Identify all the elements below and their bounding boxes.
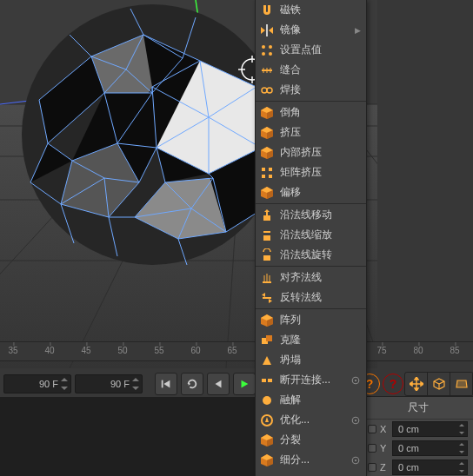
- menu-item-melt[interactable]: 融解: [256, 390, 366, 410]
- menu-item-array[interactable]: 阵列: [256, 310, 366, 330]
- plane-tool[interactable]: [450, 373, 473, 395]
- menu-item-extrude[interactable]: 挤压: [256, 122, 366, 142]
- attribute-panel: 尺寸 X 0 cm Y 0 cm Z 0 cm: [363, 396, 473, 476]
- nrot-icon: [259, 248, 275, 263]
- svg-marker-88: [415, 377, 418, 380]
- menu-item-split[interactable]: 分裂: [256, 430, 366, 450]
- menu-label: 矩阵挤压: [280, 165, 322, 180]
- menu-item-align[interactable]: 对齐法线: [256, 268, 366, 288]
- gear-icon[interactable]: [350, 455, 361, 466]
- menu-item-nmove[interactable]: 沿法线移动: [256, 205, 366, 225]
- tick: 65: [227, 346, 236, 355]
- offset-icon: [259, 185, 275, 201]
- svg-point-138: [355, 419, 356, 420]
- menu-label: 细分...: [280, 453, 310, 467]
- menu-item-matrix[interactable]: 矩阵挤压: [256, 162, 366, 182]
- tick: 45: [81, 346, 90, 355]
- loop-button[interactable]: [181, 373, 203, 395]
- svg-rect-80: [162, 380, 163, 388]
- menu-item-disconnect[interactable]: 断开连接...: [256, 370, 366, 390]
- weld-icon: [259, 83, 275, 98]
- svg-rect-119: [263, 255, 270, 261]
- svg-marker-126: [269, 299, 272, 303]
- gear-icon[interactable]: [350, 415, 361, 426]
- context-menu: 磁铁镜像▶设置点值缝合焊接倒角挤压内部挤压矩阵挤压偏移沿法线移动沿法线缩放沿法线…: [255, 0, 367, 476]
- menu-item-setpoint[interactable]: 设置点值: [256, 40, 366, 60]
- menu-item-offset[interactable]: 偏移: [256, 182, 366, 202]
- svg-point-103: [269, 52, 272, 56]
- svg-point-100: [262, 45, 265, 49]
- mesh-object[interactable]: [22, 4, 283, 265]
- menu-item-optimize[interactable]: 优化...: [256, 410, 366, 430]
- extrude-icon: [259, 125, 275, 141]
- play-button[interactable]: [233, 373, 256, 395]
- menu-item-stitch[interactable]: 缝合: [256, 60, 366, 80]
- menu-separator: [256, 308, 366, 309]
- key-dot-z[interactable]: [368, 463, 376, 472]
- array-icon: [259, 313, 275, 328]
- svg-marker-116: [264, 209, 270, 212]
- magnet-icon: [259, 3, 275, 18]
- svg-marker-84: [242, 380, 249, 388]
- tick: 85: [450, 346, 459, 355]
- goto-start-button[interactable]: [155, 373, 177, 395]
- menu-item-collapse[interactable]: 坍塌: [256, 350, 366, 370]
- attr-title: 尺寸: [363, 397, 473, 420]
- submenu-arrow-icon: ▶: [355, 26, 361, 35]
- svg-rect-130: [262, 379, 266, 382]
- menu-label: 断开连接...: [280, 373, 330, 387]
- svg-rect-110: [262, 168, 265, 171]
- menu-label: 缝合: [280, 63, 301, 77]
- collapse-icon: [259, 353, 275, 368]
- svg-rect-131: [268, 379, 272, 382]
- gear-icon[interactable]: [350, 375, 361, 386]
- menu-label: 偏移: [280, 185, 301, 200]
- bevel-icon: [259, 105, 275, 121]
- svg-marker-90: [410, 382, 412, 386]
- prev-frame-button[interactable]: [207, 373, 230, 395]
- menu-item-clone[interactable]: 克隆: [256, 330, 366, 350]
- matrix-icon: [259, 165, 275, 181]
- move-tool[interactable]: [405, 373, 428, 395]
- svg-marker-136: [265, 417, 269, 422]
- timeline-ruler[interactable]: 35404550556065758085: [0, 341, 473, 361]
- tick: 80: [413, 346, 423, 355]
- menu-label: 优化...: [280, 413, 310, 427]
- key-dot-y[interactable]: [368, 444, 376, 453]
- menu-item-magnet[interactable]: 磁铁: [256, 0, 366, 20]
- menu-item-mirror[interactable]: 镜像▶: [256, 20, 366, 40]
- menu-label: 焊接: [280, 83, 301, 97]
- menu-item-bevel[interactable]: 倒角: [256, 102, 366, 122]
- size-y-field[interactable]: 0 cm: [392, 440, 468, 456]
- svg-marker-129: [263, 356, 271, 365]
- report-button[interactable]: ?: [383, 374, 403, 394]
- menu-item-nscale[interactable]: 沿法线缩放: [256, 225, 366, 245]
- tick: 55: [154, 346, 163, 355]
- svg-rect-112: [262, 175, 265, 178]
- size-z-field[interactable]: 0 cm: [392, 459, 468, 475]
- frame-end-field[interactable]: 90 F: [75, 374, 143, 393]
- optimize-icon: [259, 413, 275, 428]
- menu-item-weld[interactable]: 焊接: [256, 80, 366, 100]
- menu-item-nrot[interactable]: 沿法线旋转: [256, 245, 366, 265]
- svg-point-140: [355, 459, 356, 460]
- menu-label: 倒角: [280, 105, 301, 120]
- menu-label: 克隆: [280, 333, 301, 347]
- size-x-field[interactable]: 0 cm: [392, 421, 468, 437]
- menu-item-flip[interactable]: 反转法线: [256, 288, 366, 307]
- menu-label: 对齐法线: [280, 270, 322, 285]
- menu-label: 内部挤压: [280, 145, 322, 160]
- key-dot-x[interactable]: [368, 425, 376, 433]
- menu-item-inner[interactable]: 内部挤压: [256, 142, 366, 162]
- menu-label: 沿法线缩放: [280, 228, 332, 242]
- menu-item-subdivide[interactable]: 细分...: [256, 450, 366, 470]
- axis-x-label: X: [380, 424, 389, 434]
- svg-marker-89: [415, 388, 418, 391]
- svg-line-94: [439, 381, 444, 384]
- stitch-icon: [259, 63, 275, 78]
- svg-marker-82: [189, 382, 191, 386]
- menu-separator: [256, 101, 366, 102]
- frame-start-field[interactable]: 90 F: [3, 374, 71, 393]
- svg-rect-111: [269, 168, 272, 171]
- cube-tool[interactable]: [428, 373, 450, 395]
